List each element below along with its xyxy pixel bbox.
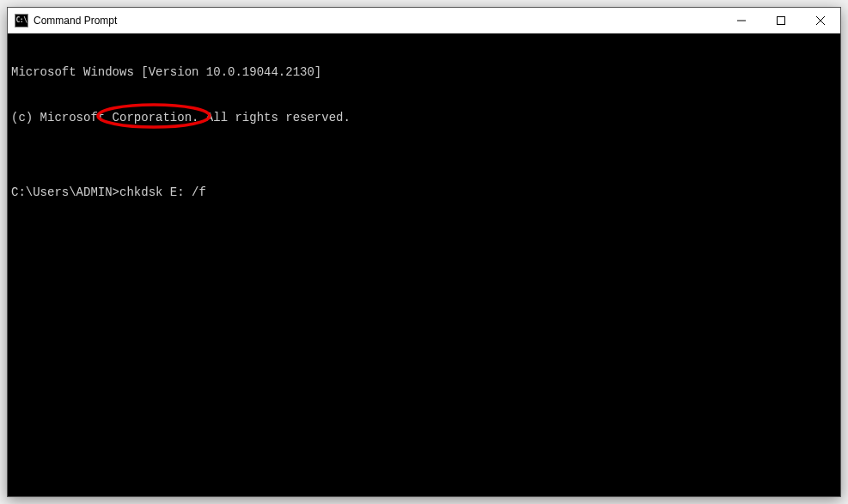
- window-title: Command Prompt: [34, 15, 722, 27]
- minimize-icon: [737, 16, 746, 25]
- close-button[interactable]: [801, 8, 840, 33]
- maximize-button[interactable]: [761, 8, 801, 33]
- command-prompt-window: C:\ Command Prompt Microsoft Windows [Ve…: [7, 7, 841, 497]
- prompt-path: C:\Users\ADMIN>: [11, 185, 119, 199]
- window-controls: [722, 8, 840, 33]
- prompt-line: C:\Users\ADMIN>chkdsk E: /f: [11, 185, 837, 201]
- svg-rect-1: [778, 16, 785, 24]
- terminal-line: (c) Microsoft Corporation. All rights re…: [11, 111, 837, 126]
- maximize-icon: [777, 16, 785, 25]
- titlebar[interactable]: C:\ Command Prompt: [8, 8, 840, 33]
- command-input[interactable]: chkdsk E: /f: [119, 185, 206, 199]
- terminal-line: Microsoft Windows [Version 10.0.19044.21…: [11, 65, 837, 81]
- close-icon: [816, 16, 825, 25]
- terminal-area[interactable]: Microsoft Windows [Version 10.0.19044.21…: [8, 33, 840, 496]
- cmd-icon: C:\: [15, 14, 28, 27]
- minimize-button[interactable]: [722, 8, 761, 33]
